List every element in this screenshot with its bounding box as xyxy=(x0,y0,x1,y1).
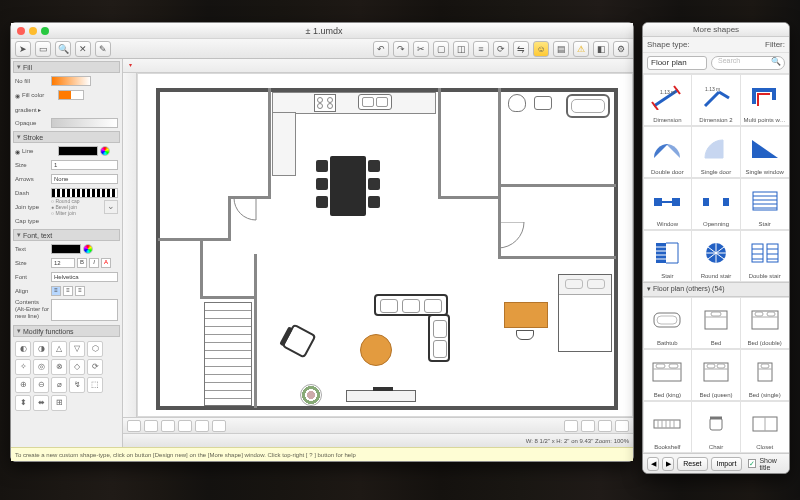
tool-flip[interactable]: ⇋ xyxy=(513,41,529,57)
mod-tool-14[interactable]: ↯ xyxy=(69,377,85,393)
shape-sdoor[interactable]: Single door xyxy=(691,126,741,178)
tool-rotate[interactable]: ⟳ xyxy=(493,41,509,57)
mod-tool-9[interactable]: ◇ xyxy=(69,359,85,375)
shape-multiw[interactable]: Multi points w… xyxy=(740,74,789,126)
sink-object[interactable] xyxy=(358,94,392,110)
tool-rect[interactable]: ▢ xyxy=(433,41,449,57)
stair-object[interactable] xyxy=(204,302,252,406)
shape-swin[interactable]: Single window xyxy=(740,126,789,178)
tool-picker[interactable]: ✎ xyxy=(95,41,111,57)
prev-button[interactable]: ◀ xyxy=(647,457,659,471)
font-family-select[interactable]: Helvetica xyxy=(51,272,118,282)
sofa-object[interactable] xyxy=(374,294,448,316)
shape-ddoor[interactable]: Double door xyxy=(643,126,692,178)
stroke-section-header[interactable]: Stroke xyxy=(13,131,120,143)
mod-tool-17[interactable]: ⬌ xyxy=(33,395,49,411)
align-left-button[interactable]: ≡ xyxy=(51,286,61,296)
chair-object[interactable] xyxy=(316,178,328,190)
shape-beds[interactable]: Bed (single) xyxy=(740,349,789,401)
arrows-select[interactable]: None xyxy=(51,174,118,184)
colorwheel-icon[interactable] xyxy=(83,244,93,254)
font-size-input[interactable]: 12 xyxy=(51,258,75,268)
shape-dim[interactable]: 1.13 mDimension xyxy=(643,74,692,126)
shape-stair2[interactable]: Stair xyxy=(643,230,692,282)
desk-object[interactable] xyxy=(504,302,548,328)
bt-3[interactable] xyxy=(161,420,175,432)
bt-4[interactable] xyxy=(178,420,192,432)
bt-5[interactable] xyxy=(195,420,209,432)
bold-button[interactable]: B xyxy=(77,258,87,268)
rug-object[interactable] xyxy=(300,384,322,406)
reset-button[interactable]: Reset xyxy=(677,457,707,471)
minimize-icon[interactable] xyxy=(29,27,37,35)
align-center-button[interactable]: ≡ xyxy=(63,286,73,296)
chevron-down-icon[interactable]: ⌄ xyxy=(104,200,118,214)
bt-8[interactable] xyxy=(581,420,595,432)
tool-shape[interactable]: ◧ xyxy=(593,41,609,57)
section-others-header[interactable]: ▾ Floor plan (others) (54) xyxy=(643,282,789,297)
shape-rstair[interactable]: Round stair xyxy=(691,230,741,282)
shape-window[interactable]: Window xyxy=(643,178,692,230)
mod-tool-13[interactable]: ⌀ xyxy=(51,377,67,393)
mod-tool-5[interactable]: ⬡ xyxy=(87,341,103,357)
armchair-object[interactable] xyxy=(281,323,316,358)
mod-tool-16[interactable]: ⬍ xyxy=(15,395,31,411)
mod-tool-11[interactable]: ⊕ xyxy=(15,377,31,393)
font-section-header[interactable]: Font, text xyxy=(13,229,120,241)
shape-closet[interactable]: Closet xyxy=(740,401,789,453)
bt-1[interactable] xyxy=(127,420,141,432)
stroke-size-stepper[interactable]: 1 xyxy=(51,160,118,170)
drawing-canvas[interactable] xyxy=(137,73,633,417)
mod-tool-10[interactable]: ⟳ xyxy=(87,359,103,375)
tool-redo[interactable]: ↷ xyxy=(393,41,409,57)
mod-tool-4[interactable]: ▽ xyxy=(69,341,85,357)
bt-6[interactable] xyxy=(212,420,226,432)
mod-tool-18[interactable]: ⊞ xyxy=(51,395,67,411)
warning-icon[interactable]: ⚠ xyxy=(573,41,589,57)
tool-zoom[interactable]: 🔍 xyxy=(55,41,71,57)
mod-tool-6[interactable]: ✧ xyxy=(15,359,31,375)
text-color-swatch[interactable] xyxy=(51,244,81,254)
chair-object[interactable] xyxy=(316,196,328,208)
fill-color-swatch[interactable] xyxy=(58,90,84,100)
import-button[interactable]: Import xyxy=(711,457,743,471)
opaque-slider[interactable] xyxy=(51,118,118,128)
shape-opening[interactable]: Openning xyxy=(691,178,741,230)
coffee-table[interactable] xyxy=(360,334,392,366)
align-right-button[interactable]: ≡ xyxy=(75,286,85,296)
close-icon[interactable] xyxy=(17,27,25,35)
modify-section-header[interactable]: Modify functions xyxy=(13,325,120,337)
chair-object[interactable] xyxy=(368,160,380,172)
bt-10[interactable] xyxy=(615,420,629,432)
maximize-icon[interactable] xyxy=(41,27,49,35)
mod-tool-3[interactable]: △ xyxy=(51,341,67,357)
stroke-color-swatch[interactable] xyxy=(58,146,98,156)
search-input[interactable]: Search xyxy=(711,56,785,70)
stove-object[interactable] xyxy=(314,94,336,112)
mod-tool-12[interactable]: ⊖ xyxy=(33,377,49,393)
tool-align[interactable]: ≡ xyxy=(473,41,489,57)
shape-dstair[interactable]: Double stair xyxy=(740,230,789,282)
fill-section-header[interactable]: Fill xyxy=(13,61,120,73)
tv-console[interactable] xyxy=(346,390,416,402)
italic-button[interactable]: I xyxy=(89,258,99,268)
basin-object[interactable] xyxy=(534,96,552,110)
deskchair-object[interactable] xyxy=(516,330,534,340)
shape-bath[interactable]: Bathtub xyxy=(643,297,692,349)
mod-tool-2[interactable]: ◑ xyxy=(33,341,49,357)
shape-bedq[interactable]: Bed (queen) xyxy=(691,349,741,401)
next-button[interactable]: ▶ xyxy=(662,457,674,471)
mod-tool-7[interactable]: ◎ xyxy=(33,359,49,375)
tool-group[interactable]: ◫ xyxy=(453,41,469,57)
shape-chair[interactable]: Chair xyxy=(691,401,741,453)
fill-gradient-swatch[interactable] xyxy=(51,76,91,86)
text-contents-input[interactable] xyxy=(51,299,118,321)
shape-bed2[interactable]: Bed (double) xyxy=(740,297,789,349)
bt-7[interactable] xyxy=(564,420,578,432)
dining-table[interactable] xyxy=(330,156,366,216)
tool-cut[interactable]: ✂ xyxy=(413,41,429,57)
gradient-label[interactable]: gradient ▸ xyxy=(15,106,49,113)
toilet-object[interactable] xyxy=(508,94,526,112)
bed-object[interactable] xyxy=(558,274,612,352)
dash-select[interactable] xyxy=(51,188,118,198)
